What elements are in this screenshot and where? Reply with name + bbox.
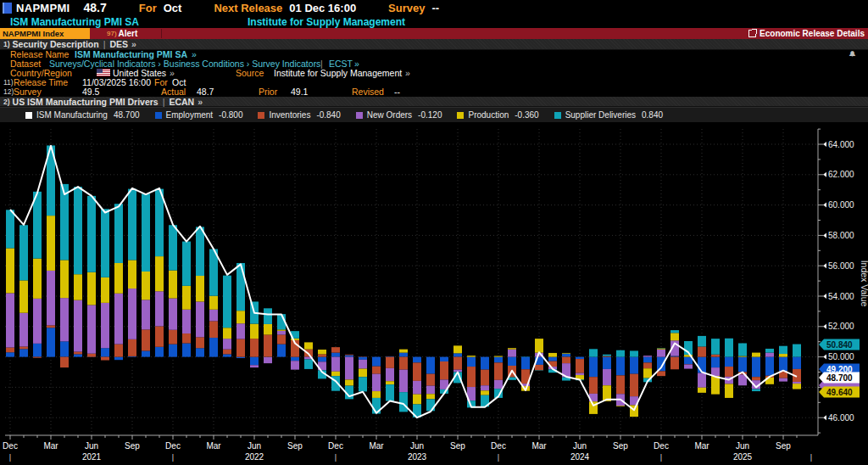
svg-text:2025: 2025 bbox=[733, 452, 753, 462]
us-flag-icon bbox=[97, 69, 110, 76]
survey-label: Survey bbox=[388, 2, 425, 14]
economic-release-details-label: Economic Release Details bbox=[760, 29, 865, 38]
svg-text:64.000: 64.000 bbox=[828, 140, 854, 149]
alert-button[interactable]: 97) Alert bbox=[107, 28, 137, 39]
legend-item-ism-manufacturing[interactable]: ISM Manufacturing48.700 bbox=[25, 110, 140, 120]
legend-value: -0.800 bbox=[219, 110, 242, 120]
pmi-drivers-row[interactable]: 2) US ISM Manufacturing PMI Drivers | EC… bbox=[0, 97, 868, 107]
svg-text:Sep: Sep bbox=[613, 441, 628, 451]
security-name: ISM Manufacturing PMI SA bbox=[10, 16, 139, 28]
svg-text:2024: 2024 bbox=[570, 452, 590, 462]
legend-item-new-orders[interactable]: New Orders-0.120 bbox=[356, 110, 442, 120]
actual-label: Actual bbox=[161, 87, 186, 97]
legend-label: Inventories bbox=[269, 110, 310, 120]
tab-napmpmi-index[interactable]: NAPMPMI Index bbox=[0, 28, 90, 39]
svg-text:Mar: Mar bbox=[694, 441, 709, 451]
svg-text:54.000: 54.000 bbox=[828, 292, 854, 301]
separator: | bbox=[103, 39, 106, 49]
legend-item-employment[interactable]: Employment-0.800 bbox=[155, 110, 243, 120]
tab-bar: NAPMPMI Index 97) Alert Economic Release… bbox=[0, 28, 868, 39]
bell-icon[interactable]: 🔔︎ bbox=[849, 50, 856, 59]
prior-label: Prior bbox=[259, 87, 277, 97]
svg-text:2021: 2021 bbox=[82, 452, 102, 462]
svg-text:2022: 2022 bbox=[245, 452, 264, 462]
legend-item-supplier-deliveries[interactable]: Supplier Deliveries0.840 bbox=[554, 110, 663, 120]
svg-text:Sep: Sep bbox=[287, 441, 303, 451]
svg-text:Jun: Jun bbox=[573, 441, 587, 451]
legend-value: -0.120 bbox=[418, 110, 442, 120]
legend-item-production[interactable]: Production-0.360 bbox=[457, 110, 538, 120]
svg-text:Dec: Dec bbox=[654, 441, 669, 451]
legend-value: 0.840 bbox=[642, 110, 663, 120]
ecan-mnemonic[interactable]: ECAN bbox=[169, 97, 194, 107]
svg-text:Sep: Sep bbox=[450, 441, 465, 451]
header-line1: NAPMPMI 48.7 For Oct Next Release 01 Dec… bbox=[0, 0, 868, 15]
release-metadata: Release Name ISM Manufacturing PMI SA » … bbox=[0, 50, 868, 97]
legend-swatch bbox=[258, 112, 264, 119]
des-mnemonic[interactable]: DES bbox=[109, 39, 128, 49]
svg-text:Mar: Mar bbox=[206, 441, 221, 451]
svg-text:50.840: 50.840 bbox=[826, 340, 853, 350]
next-release-value: 01 Dec 16:00 bbox=[289, 2, 356, 14]
svg-text:|: | bbox=[660, 453, 662, 462]
svg-text:Mar: Mar bbox=[369, 441, 384, 451]
next-release-label: Next Release bbox=[214, 2, 282, 14]
survey-value: -- bbox=[431, 2, 439, 14]
row-number: 12) bbox=[3, 87, 14, 97]
legend-label: Employment bbox=[166, 110, 214, 120]
svg-text:Index Value: Index Value bbox=[860, 261, 868, 307]
legend-item-inventories[interactable]: Inventories-0.840 bbox=[258, 110, 340, 120]
svg-text:|: | bbox=[498, 453, 499, 462]
release-time-row: 11) Release Time 11/03/2025 16:00 For Oc… bbox=[0, 78, 868, 87]
legend-value: -0.840 bbox=[316, 110, 340, 120]
legend-value: 48.700 bbox=[114, 110, 140, 120]
pmi-drivers-chart-svg: 46.00048.00050.00052.00054.00056.00058.0… bbox=[0, 122, 868, 465]
source-organization: Institute for Supply Management bbox=[248, 16, 405, 28]
header-line2: ISM Manufacturing PMI SA Institute for S… bbox=[0, 15, 868, 28]
svg-text:2023: 2023 bbox=[408, 452, 427, 462]
svg-text:Dec: Dec bbox=[328, 441, 343, 451]
divider bbox=[161, 29, 162, 38]
svg-text:49.640: 49.640 bbox=[826, 388, 853, 397]
separator: | bbox=[163, 97, 165, 107]
legend-swatch bbox=[25, 112, 32, 119]
svg-text:|: | bbox=[810, 453, 812, 462]
source-value-link[interactable]: Institute for Supply Management bbox=[274, 69, 402, 78]
chevron-right-icon: » bbox=[131, 39, 136, 49]
svg-text:Jun: Jun bbox=[410, 441, 424, 451]
svg-text:Dec: Dec bbox=[165, 441, 181, 451]
for-label: For bbox=[139, 2, 157, 14]
svg-text:|: | bbox=[172, 453, 174, 462]
chart-legend: ISM Manufacturing48.700Employment-0.800I… bbox=[0, 107, 868, 122]
survey-row-label: Survey bbox=[14, 87, 42, 97]
pmi-drivers-chart: 46.00048.00050.00052.00054.00056.00058.0… bbox=[0, 122, 868, 465]
bloomberg-terminal-window: NAPMPMI 48.7 For Oct Next Release 01 Dec… bbox=[0, 0, 868, 465]
svg-text:Sep: Sep bbox=[776, 441, 791, 451]
legend-label: Supplier Deliveries bbox=[565, 110, 636, 120]
alert-label: Alert bbox=[119, 29, 138, 38]
ticker-symbol: NAPMPMI bbox=[16, 2, 70, 14]
legend-swatch bbox=[554, 112, 561, 119]
svg-text:60.000: 60.000 bbox=[828, 200, 854, 210]
legend-swatch bbox=[457, 112, 464, 119]
survey-row: 12) Survey 49.5 Actual 48.7 Prior 49.1 R… bbox=[0, 87, 868, 97]
svg-text:Sep: Sep bbox=[125, 441, 140, 451]
legend-label: Production bbox=[468, 110, 509, 120]
svg-text:Dec: Dec bbox=[3, 441, 18, 451]
economic-release-details-link[interactable]: Economic Release Details bbox=[748, 28, 868, 39]
svg-text:Mar: Mar bbox=[531, 441, 547, 451]
prior-value: 49.1 bbox=[291, 87, 308, 97]
source-label: Source bbox=[236, 69, 264, 78]
svg-text:Jun: Jun bbox=[248, 441, 261, 451]
security-icon bbox=[3, 3, 12, 14]
for-value: Oct bbox=[164, 2, 182, 14]
legend-label: ISM Manufacturing bbox=[36, 110, 108, 120]
actual-value: 48.7 bbox=[197, 87, 214, 97]
svg-text:Dec: Dec bbox=[491, 441, 506, 451]
current-value: 48.7 bbox=[84, 1, 107, 14]
security-description-label: Security Description bbox=[13, 39, 99, 49]
legend-swatch bbox=[155, 112, 162, 119]
external-link-icon bbox=[748, 30, 756, 37]
svg-text:Jun: Jun bbox=[85, 441, 98, 451]
svg-text:56.000: 56.000 bbox=[828, 261, 854, 271]
